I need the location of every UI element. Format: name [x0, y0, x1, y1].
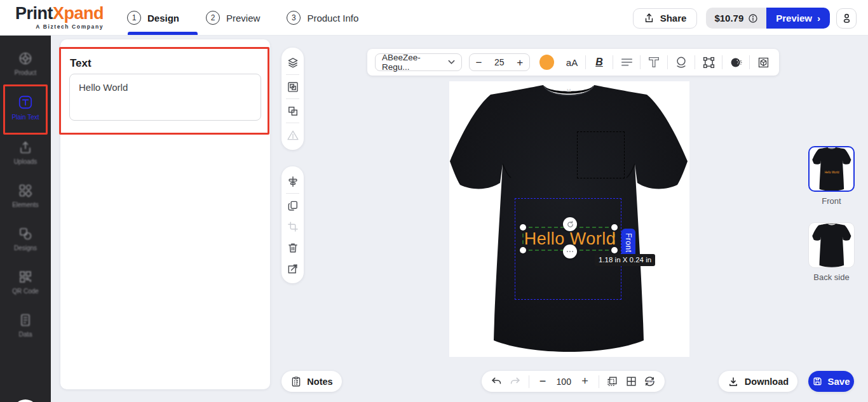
- rotate-handle[interactable]: [563, 217, 577, 231]
- front-side-tab[interactable]: Front: [621, 229, 635, 257]
- step-product-info[interactable]: 3 Product Info: [287, 11, 358, 25]
- font-name: ABeeZee-Regu...: [382, 53, 448, 72]
- reset-canvas-button[interactable]: RESET: [643, 374, 657, 389]
- resize-handle-top-right[interactable]: [611, 224, 618, 231]
- notes-button[interactable]: Notes: [281, 371, 342, 392]
- logo-print: Print: [15, 4, 53, 23]
- layers-icon: [287, 57, 299, 69]
- tool-sidebar: Product Plain Text Uploads Elements Desi…: [0, 36, 51, 402]
- step-design[interactable]: 1 Design: [127, 11, 179, 25]
- download-button[interactable]: Download: [719, 371, 797, 392]
- divider: [667, 55, 668, 69]
- text-panel: Text Hello World: [60, 39, 270, 389]
- layers-button[interactable]: [282, 52, 303, 73]
- design-canvas[interactable]: M Front Hello World 1.18 in X 0.24 in: [449, 81, 689, 357]
- step-product-info-label: Product Info: [307, 13, 358, 23]
- text-outline-button[interactable]: [646, 54, 662, 70]
- resize-handle-bottom-left[interactable]: [520, 247, 526, 253]
- delete-button[interactable]: [282, 237, 303, 258]
- share-icon: [644, 13, 654, 23]
- sidebar-item-product[interactable]: Product: [0, 51, 51, 76]
- format-toolbar: ABeeZee-Regu... − 25 + aA B: [367, 49, 779, 76]
- sidebar-item-designs[interactable]: Designs: [0, 226, 51, 251]
- texture-button[interactable]: [728, 54, 744, 70]
- step-product-info-number: 3: [287, 11, 301, 25]
- share-button[interactable]: Share: [633, 8, 698, 29]
- duplicate-button[interactable]: [282, 195, 303, 216]
- align-left-icon: [621, 57, 633, 67]
- text-shadow-icon: [674, 55, 688, 69]
- group-button[interactable]: [282, 76, 303, 97]
- text-shadow-button[interactable]: [673, 54, 689, 70]
- logo-xpand: Xpand: [53, 4, 104, 23]
- sidebar-item-plain-text[interactable]: Plain Text: [0, 94, 51, 121]
- resize-handle-bottom-right[interactable]: [611, 247, 618, 253]
- step-preview[interactable]: 2 Preview: [206, 11, 260, 25]
- front-thumbnail-image: Hello World: [812, 147, 851, 192]
- more-options-handle[interactable]: [563, 245, 577, 258]
- font-size-decrease-button[interactable]: −: [476, 57, 482, 68]
- bold-icon: B: [595, 57, 603, 68]
- font-size-increase-button[interactable]: +: [517, 57, 523, 68]
- sidebar-item-label: Designs: [14, 245, 37, 251]
- align-center-button[interactable]: [282, 171, 303, 192]
- font-size-value: 25: [494, 57, 505, 67]
- back-thumbnail-label: Back side: [808, 272, 855, 282]
- step-preview-label: Preview: [226, 13, 260, 23]
- sidebar-item-label: Plain Text: [11, 114, 39, 121]
- transform-icon: [702, 56, 715, 69]
- divider: [599, 375, 599, 388]
- account-button[interactable]: [836, 8, 857, 29]
- redo-button[interactable]: [508, 374, 522, 389]
- layer-toolbar: [281, 48, 304, 150]
- header-actions: Share $10.79 Preview ›: [633, 8, 857, 29]
- font-select[interactable]: ABeeZee-Regu...: [375, 53, 462, 71]
- zoom-out-button[interactable]: −: [536, 374, 550, 389]
- ungroup-button[interactable]: [282, 100, 303, 121]
- copy-icon: [287, 199, 299, 212]
- preview-button[interactable]: Preview ›: [766, 8, 830, 29]
- halftone-globe-icon: [729, 56, 743, 69]
- sidebar-item-label: Product: [15, 69, 36, 76]
- step-preview-number: 2: [206, 11, 220, 25]
- logo-tagline: A Biztech Company: [15, 24, 104, 30]
- redo-icon: [509, 375, 521, 387]
- warning-button: [282, 124, 303, 145]
- 3d-effect-button[interactable]: [755, 54, 771, 70]
- fit-to-screen-button[interactable]: [606, 374, 620, 389]
- notes-label: Notes: [307, 377, 332, 387]
- text-align-button[interactable]: [618, 54, 635, 70]
- plain-text-icon: [17, 94, 34, 111]
- sidebar-item-elements[interactable]: Elements: [0, 183, 51, 208]
- text-selection-box[interactable]: Hello World: [522, 227, 615, 251]
- front-side-thumbnail[interactable]: Hello World: [808, 146, 855, 192]
- app-header: PrintXpand A Biztech Company 1 Design 2 …: [0, 0, 868, 36]
- format-icon-group: aA B: [564, 54, 771, 70]
- help-button[interactable]: ?: [13, 399, 38, 402]
- sidebar-item-data[interactable]: Data: [0, 312, 51, 338]
- data-icon: [18, 312, 33, 328]
- sidebar-item-uploads[interactable]: Uploads: [0, 140, 51, 165]
- grid-view-button[interactable]: [624, 374, 638, 389]
- ungroup-icon: [287, 105, 299, 117]
- resize-handle-top-left[interactable]: [520, 224, 526, 231]
- back-side-thumbnail[interactable]: [808, 222, 855, 268]
- sidebar-item-qr-code[interactable]: QR Code: [0, 269, 51, 295]
- bold-button[interactable]: B: [591, 54, 607, 70]
- save-button[interactable]: Save: [808, 371, 854, 392]
- reset-icon: RESET: [643, 375, 656, 388]
- pocket-print-area[interactable]: [577, 131, 625, 178]
- transform-button[interactable]: [700, 54, 717, 70]
- sidebar-item-label: Uploads: [14, 158, 37, 165]
- letter-case-button[interactable]: aA: [564, 54, 580, 70]
- resize-button[interactable]: [282, 258, 303, 279]
- text-input[interactable]: Hello World: [69, 74, 261, 121]
- download-label: Download: [745, 377, 789, 387]
- user-icon: [841, 12, 853, 24]
- undo-button[interactable]: [489, 374, 503, 389]
- canvas-controls: − 100 + RESET: [482, 371, 665, 392]
- text-color-swatch[interactable]: [539, 55, 554, 70]
- product-icon: [18, 51, 33, 66]
- price-info-icon[interactable]: [748, 13, 758, 23]
- zoom-in-button[interactable]: +: [578, 374, 592, 389]
